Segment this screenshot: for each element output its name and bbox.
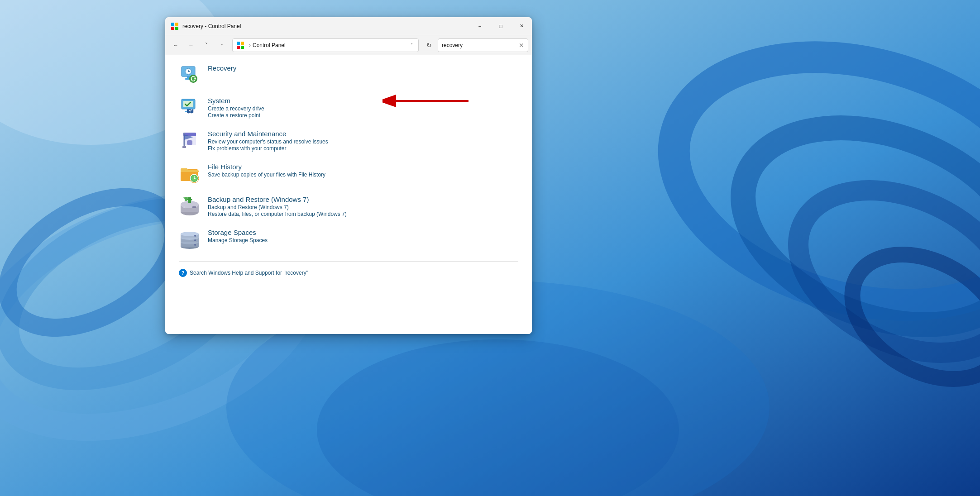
storage-icon xyxy=(179,229,201,250)
svg-rect-16 xyxy=(241,42,244,45)
system-subtitle-1[interactable]: Create a restore point xyxy=(208,112,518,119)
help-icon: ? xyxy=(179,269,187,277)
svg-rect-12 xyxy=(175,23,178,26)
back-button[interactable]: ← xyxy=(169,38,182,52)
control-panel-window: recovery - Control Panel − □ ✕ ← → ˅ ↑ ›… xyxy=(165,17,532,334)
recovery-content: Recovery xyxy=(208,64,518,73)
system-link[interactable]: System xyxy=(208,97,518,105)
result-item-security: Security and Maintenance Review your com… xyxy=(179,130,518,152)
title-bar-icon xyxy=(171,22,179,30)
svg-rect-25 xyxy=(187,76,190,78)
storage-content: Storage Spaces Manage Storage Spaces xyxy=(208,229,518,244)
address-separator: › xyxy=(249,42,251,48)
content-area: Recovery xyxy=(165,55,532,334)
svg-rect-17 xyxy=(237,46,240,49)
svg-rect-53 xyxy=(188,197,191,203)
result-item-storage: Storage Spaces Manage Storage Spaces xyxy=(179,229,518,250)
help-link[interactable]: ? Search Windows Help and Support for "r… xyxy=(179,269,518,277)
backup-link[interactable]: Backup and Restore (Windows 7) xyxy=(208,196,518,203)
address-bar[interactable]: › Control Panel ˅ xyxy=(232,38,419,52)
security-subtitle-0[interactable]: Review your computer's status and resolv… xyxy=(208,138,518,145)
address-dropdown-button[interactable]: ˅ xyxy=(409,42,415,48)
filehistory-content: File History Save backup copies of your … xyxy=(208,163,518,178)
up-button[interactable]: ↑ xyxy=(215,38,229,52)
recovery-icon xyxy=(179,64,201,86)
maximize-button[interactable]: □ xyxy=(490,17,511,35)
security-link[interactable]: Security and Maintenance xyxy=(208,130,518,138)
recovery-link[interactable]: Recovery xyxy=(208,64,518,72)
backup-content: Backup and Restore (Windows 7) Backup an… xyxy=(208,196,518,218)
filehistory-link[interactable]: File History xyxy=(208,163,518,171)
svg-rect-14 xyxy=(175,27,178,30)
storage-subtitle-0[interactable]: Manage Storage Spaces xyxy=(208,237,518,243)
security-content: Security and Maintenance Review your com… xyxy=(208,130,518,152)
svg-rect-40 xyxy=(182,146,186,148)
recent-locations-button[interactable]: ˅ xyxy=(200,38,213,52)
search-clear-button[interactable]: ✕ xyxy=(519,42,524,49)
svg-rect-15 xyxy=(237,42,240,45)
filehistory-subtitle-0[interactable]: Save backup copies of your files with Fi… xyxy=(208,172,518,178)
svg-rect-55 xyxy=(192,206,196,208)
storage-link[interactable]: Storage Spaces xyxy=(208,229,518,236)
filehistory-icon xyxy=(179,163,201,185)
svg-rect-18 xyxy=(241,46,244,49)
svg-point-56 xyxy=(183,206,185,208)
window-controls: − □ ✕ xyxy=(469,17,532,35)
help-text: Search Windows Help and Support for "rec… xyxy=(190,270,308,276)
svg-rect-54 xyxy=(185,197,187,201)
result-item-backup: Backup and Restore (Windows 7) Backup an… xyxy=(179,196,518,218)
svg-point-65 xyxy=(194,244,196,246)
result-item-filehistory: File History Save backup copies of your … xyxy=(179,163,518,185)
address-bar-icon xyxy=(236,41,244,49)
nav-bar: ← → ˅ ↑ › Control Panel ˅ ↻ ✕ xyxy=(165,35,532,55)
minimize-button[interactable]: − xyxy=(469,17,490,35)
svg-point-47 xyxy=(194,178,195,179)
svg-point-63 xyxy=(181,232,199,236)
svg-rect-13 xyxy=(171,27,174,30)
result-item-system: System Create a recovery drive Create a … xyxy=(179,97,518,119)
search-bar[interactable]: ✕ xyxy=(438,38,528,52)
window-title: recovery - Control Panel xyxy=(182,23,469,29)
close-button[interactable]: ✕ xyxy=(511,17,532,35)
security-icon xyxy=(179,130,201,152)
address-text: Control Panel xyxy=(253,42,409,48)
title-bar: recovery - Control Panel − □ ✕ xyxy=(165,17,532,35)
system-icon xyxy=(179,97,201,119)
result-item-recovery: Recovery xyxy=(179,64,518,86)
search-input[interactable] xyxy=(442,42,519,48)
system-subtitle-0[interactable]: Create a recovery drive xyxy=(208,105,518,112)
refresh-button[interactable]: ↻ xyxy=(422,38,436,52)
svg-point-64 xyxy=(194,239,196,241)
system-content: System Create a recovery drive Create a … xyxy=(208,97,518,119)
svg-point-66 xyxy=(194,235,196,237)
divider xyxy=(179,261,518,262)
forward-button[interactable]: → xyxy=(184,38,198,52)
svg-rect-11 xyxy=(171,23,174,26)
backup-icon xyxy=(179,196,201,217)
backup-subtitle-1[interactable]: Restore data, files, or computer from ba… xyxy=(208,211,518,217)
security-subtitle-1[interactable]: Fix problems with your computer xyxy=(208,145,518,152)
backup-subtitle-0[interactable]: Backup and Restore (Windows 7) xyxy=(208,204,518,210)
